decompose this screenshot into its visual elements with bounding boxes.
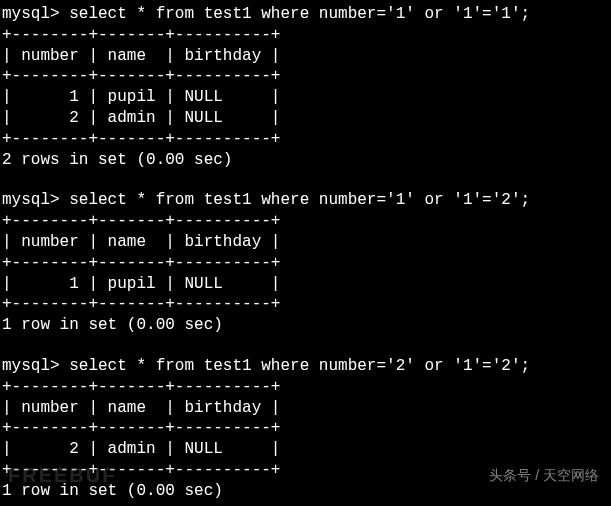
table-border-top: +--------+-------+----------+ xyxy=(2,377,609,398)
table-row: | 2 | admin | NULL | xyxy=(2,108,609,129)
spacer xyxy=(2,170,609,190)
spacer xyxy=(2,336,609,356)
table-border-mid: +--------+-------+----------+ xyxy=(2,418,609,439)
table-header: | number | name | birthday | xyxy=(2,46,609,67)
table-header: | number | name | birthday | xyxy=(2,232,609,253)
table-border-mid: +--------+-------+----------+ xyxy=(2,66,609,87)
sql-prompt: mysql> select * from test1 where number=… xyxy=(2,356,609,377)
result-message: 1 row in set (0.00 sec) xyxy=(2,315,609,336)
result-message: 2 rows in set (0.00 sec) xyxy=(2,150,609,171)
table-border-bottom: +--------+-------+----------+ xyxy=(2,129,609,150)
sql-prompt: mysql> select * from test1 where number=… xyxy=(2,190,609,211)
table-border-mid: +--------+-------+----------+ xyxy=(2,253,609,274)
toutiao-watermark: 头条号 / 天空网络 xyxy=(489,466,599,484)
table-row: | 1 | pupil | NULL | xyxy=(2,274,609,295)
table-border-top: +--------+-------+----------+ xyxy=(2,211,609,232)
table-row: | 2 | admin | NULL | xyxy=(2,439,609,460)
table-header: | number | name | birthday | xyxy=(2,398,609,419)
table-border-bottom: +--------+-------+----------+ xyxy=(2,294,609,315)
query-block-1: mysql> select * from test1 where number=… xyxy=(2,4,609,170)
sql-prompt: mysql> select * from test1 where number=… xyxy=(2,4,609,25)
query-block-2: mysql> select * from test1 where number=… xyxy=(2,190,609,336)
table-row: | 1 | pupil | NULL | xyxy=(2,87,609,108)
freebuf-logo-watermark: FREEBUF xyxy=(8,462,116,488)
table-border-top: +--------+-------+----------+ xyxy=(2,25,609,46)
